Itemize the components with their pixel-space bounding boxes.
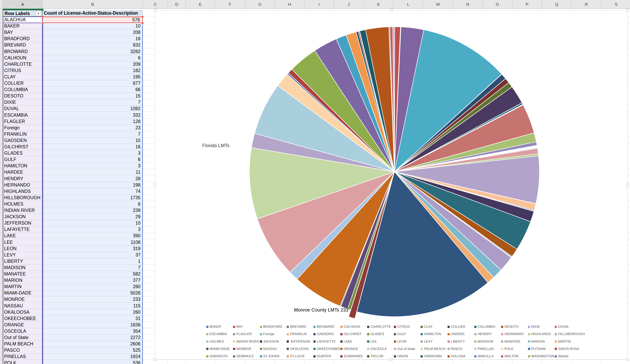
column-header-E[interactable]: E: [186, 0, 215, 9]
count-cell[interactable]: 7: [42, 265, 143, 271]
legend-item[interactable]: GILCHRIST: [340, 332, 362, 336]
column-header-K[interactable]: K: [364, 0, 394, 9]
row-labels-header-cell[interactable]: Row Labels ▼: [3, 10, 42, 17]
legend-item[interactable]: PALM BEACH: [420, 347, 445, 351]
legend-item[interactable]: WALTON: [501, 354, 518, 359]
count-cell[interactable]: 198: [42, 182, 143, 188]
county-cell[interactable]: BREVARD: [3, 42, 42, 48]
count-cell[interactable]: 29: [42, 214, 143, 220]
column-header-S[interactable]: S: [601, 0, 630, 9]
county-cell[interactable]: GULF: [3, 156, 42, 163]
count-cell[interactable]: 390: [42, 233, 143, 239]
legend-item[interactable]: Out of State: [394, 347, 415, 351]
legend-item[interactable]: INDIAN RIVER: [233, 340, 259, 344]
column-header-F[interactable]: F: [215, 0, 245, 9]
legend-item[interactable]: HAMILTON: [420, 332, 441, 336]
legend-item[interactable]: PUTNAM: [528, 347, 546, 351]
county-cell[interactable]: LEVY: [3, 252, 42, 258]
count-cell[interactable]: 332: [42, 112, 143, 118]
county-cell[interactable]: CITRUS: [3, 67, 42, 74]
count-cell[interactable]: 377: [42, 277, 143, 284]
legend-item[interactable]: FRANKLIN: [287, 332, 307, 336]
legend-item[interactable]: MONROE: [233, 347, 252, 351]
count-cell[interactable]: 1082: [42, 106, 143, 112]
county-cell[interactable]: CLAY: [3, 74, 42, 80]
select-all-corner[interactable]: [0, 0, 3, 9]
legend-item[interactable]: MARION: [528, 340, 545, 344]
count-cell[interactable]: 7: [42, 131, 143, 137]
legend-item[interactable]: GADSDEN: [314, 332, 334, 336]
chart-selection-handle[interactable]: [626, 9, 629, 11]
legend-item[interactable]: JACKSON: [260, 340, 279, 344]
legend-item[interactable]: MADISON: [474, 340, 493, 344]
county-cell[interactable]: JEFFERSON: [3, 220, 42, 226]
column-header-D[interactable]: D: [168, 0, 186, 9]
count-cell[interactable]: 66: [42, 86, 143, 93]
chart-selection-handle[interactable]: [154, 9, 156, 11]
legend-item[interactable]: ST.JOHNS: [260, 354, 280, 359]
county-cell[interactable]: ESCAMBIA: [3, 112, 42, 118]
legend-item[interactable]: HARDEE: [448, 332, 465, 336]
county-cell[interactable]: BROWARD: [3, 48, 42, 55]
county-cell[interactable]: BAKER: [3, 23, 42, 29]
count-cell[interactable]: 582: [42, 271, 143, 277]
count-cell[interactable]: 3: [42, 226, 143, 233]
legend-item[interactable]: UNKNOWN: [420, 354, 442, 359]
legend-item[interactable]: COLLIER: [448, 325, 465, 329]
county-cell[interactable]: HIGHLANDS: [3, 188, 42, 195]
count-cell[interactable]: 6: [42, 201, 143, 207]
legend-item[interactable]: LEVY: [420, 340, 432, 344]
column-header-H[interactable]: H: [275, 0, 304, 9]
county-cell[interactable]: CALHOUN: [3, 55, 42, 61]
legend-item[interactable]: TAYLOR: [367, 354, 384, 359]
county-cell[interactable]: LEE: [3, 239, 42, 246]
count-cell[interactable]: 16: [42, 144, 143, 150]
count-cell[interactable]: 16: [42, 36, 143, 42]
legend-item[interactable]: NASSAU: [260, 347, 277, 351]
count-cell[interactable]: 15: [42, 93, 143, 99]
count-cell[interactable]: 15: [42, 137, 143, 144]
legend-item[interactable]: HILLSBOROUGH: [555, 332, 585, 336]
county-cell[interactable]: ALACHUA: [3, 17, 42, 23]
county-cell[interactable]: CHARLOTTE: [3, 61, 42, 67]
count-cell[interactable]: 525: [42, 347, 143, 354]
legend-item[interactable]: SUWANNEE: [340, 354, 363, 359]
county-cell[interactable]: HERNANDO: [3, 182, 42, 188]
county-cell[interactable]: MARTIN: [3, 284, 42, 290]
column-header-J[interactable]: J: [334, 0, 364, 9]
county-cell[interactable]: DIXIE: [3, 99, 42, 106]
count-cell[interactable]: 3282: [42, 48, 143, 55]
chart-selection-handle[interactable]: [154, 184, 156, 186]
legend-item[interactable]: LIBERTY: [448, 340, 465, 344]
legend-item[interactable]: OSCEOLA: [367, 347, 387, 351]
count-cell[interactable]: 37: [42, 252, 143, 258]
legend-item[interactable]: BAKER: [206, 325, 221, 329]
chart-selection-handle[interactable]: [154, 358, 156, 361]
legend-item[interactable]: BROWARD: [314, 325, 334, 329]
chart-selection-handle[interactable]: [626, 358, 629, 361]
count-cell[interactable]: 195: [42, 74, 143, 80]
legend-item[interactable]: GLADES: [367, 332, 384, 336]
county-cell[interactable]: PINELLAS: [3, 354, 42, 360]
column-header-C[interactable]: C: [143, 0, 168, 9]
legend-item[interactable]: BRADFORD: [260, 325, 282, 329]
legend-item[interactable]: SARASOTA: [206, 354, 228, 359]
count-cell[interactable]: 31: [42, 316, 143, 322]
county-cell[interactable]: MARION: [3, 277, 42, 284]
legend-item[interactable]: SANTA ROSA: [555, 347, 579, 351]
legend-item[interactable]: JEFFERSON: [287, 340, 310, 344]
legend-item[interactable]: CLAY: [420, 325, 432, 329]
legend-item[interactable]: LAKE: [340, 340, 352, 344]
legend-item[interactable]: LEON: [394, 340, 406, 344]
count-cell[interactable]: 677: [42, 80, 143, 86]
count-cell[interactable]: 6: [42, 55, 143, 61]
county-cell[interactable]: HILLSBOROUGH: [3, 195, 42, 201]
count-cell[interactable]: 7: [42, 99, 143, 106]
count-cell[interactable]: 233: [42, 296, 143, 303]
column-header-M[interactable]: M: [423, 0, 453, 9]
county-cell[interactable]: LIBERTY: [3, 258, 42, 265]
county-cell[interactable]: PASCO: [3, 347, 42, 354]
count-cell[interactable]: 1836: [42, 322, 143, 328]
legend-item[interactable]: COLUMBIA: [474, 325, 495, 329]
county-cell[interactable]: MONROE: [3, 296, 42, 303]
